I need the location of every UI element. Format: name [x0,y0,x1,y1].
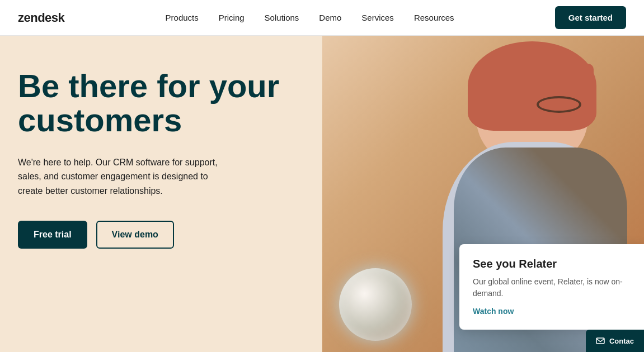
nav-links: Products Pricing Solutions Demo Services… [166,13,454,23]
contact-button[interactable]: Contac [586,330,644,352]
hero-subtext: We're here to help. Our CRM software for… [18,155,219,198]
hero-section: Be there for your customers We're here t… [0,36,644,352]
notification-text: Our global online event, Relater, is now… [473,276,631,299]
get-started-button[interactable]: Get started [555,6,626,29]
nav-demo[interactable]: Demo [319,13,341,22]
crystal-ball [339,268,412,341]
nav-solutions[interactable]: Solutions [265,13,299,22]
contact-label: Contac [609,337,634,345]
navbar: zendesk Products Pricing Solutions Demo … [0,0,644,36]
notification-title: See you Relater [473,258,631,270]
nav-services[interactable]: Services [361,13,394,22]
nav-pricing[interactable]: Pricing [219,13,245,22]
notification-card: See you Relater Our global online event,… [459,244,644,330]
watch-now-link[interactable]: Watch now [473,307,514,316]
email-icon [596,336,605,345]
person-glasses [537,96,581,113]
svg-rect-0 [596,338,604,344]
hero-buttons: Free trial View demo [18,221,295,249]
hero-content: Be there for your customers We're here t… [0,36,322,352]
nav-products[interactable]: Products [166,13,199,22]
brand-logo[interactable]: zendesk [18,11,64,25]
nav-resources[interactable]: Resources [414,13,454,22]
free-trial-button[interactable]: Free trial [18,221,87,249]
hero-headline: Be there for your customers [18,69,295,137]
hero-image-area: See you Relater Our global online event,… [322,36,645,352]
view-demo-button[interactable]: View demo [96,221,174,249]
